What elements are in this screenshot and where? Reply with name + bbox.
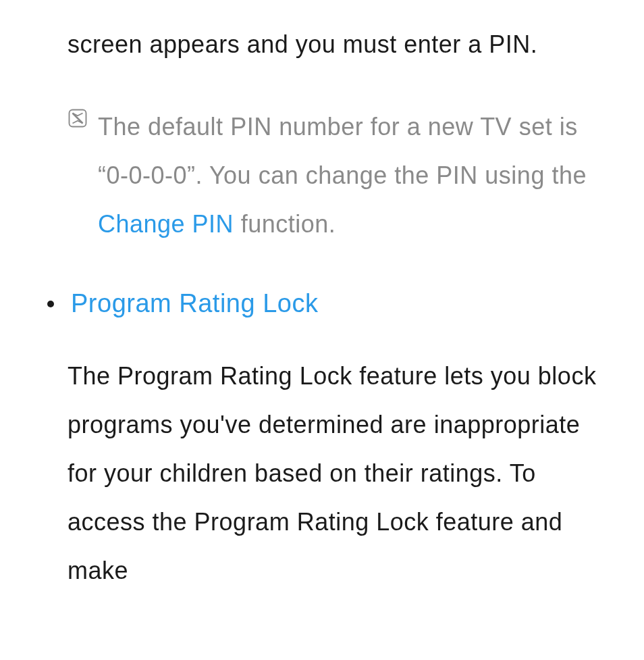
note-icon [68, 108, 88, 128]
section-heading: Program Rating Lock [71, 289, 318, 318]
note-text-part2: function. [234, 210, 336, 238]
body-paragraph: The Program Rating Lock feature lets you… [34, 352, 610, 595]
note-text-part1: The default PIN number for a new TV set … [98, 113, 587, 189]
change-pin-link: Change PIN [98, 210, 234, 238]
note-block: The default PIN number for a new TV set … [34, 103, 610, 249]
bullet-icon [47, 301, 54, 307]
note-text: The default PIN number for a new TV set … [98, 103, 610, 249]
section-bullet-row: Program Rating Lock [34, 289, 610, 318]
intro-paragraph: screen appears and you must enter a PIN. [34, 20, 610, 69]
